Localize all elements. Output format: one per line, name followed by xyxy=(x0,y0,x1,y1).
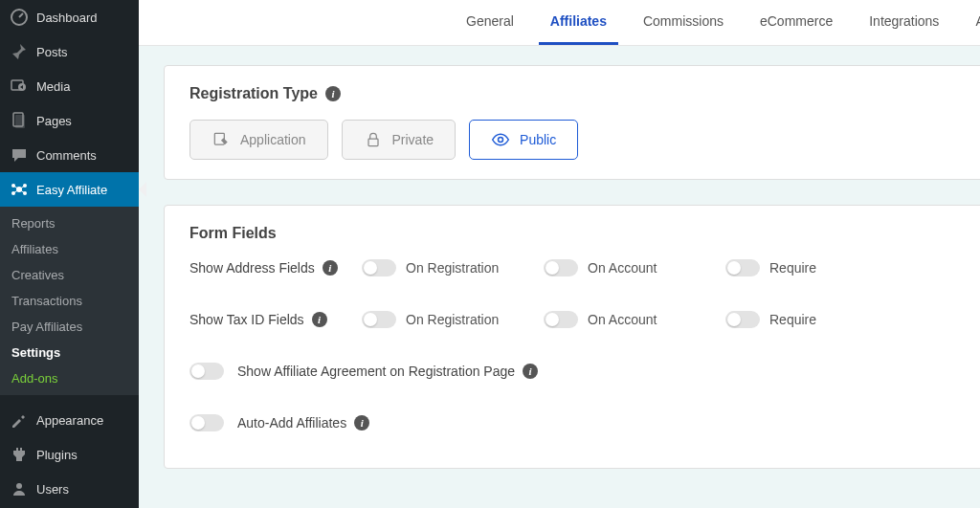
users-icon xyxy=(10,479,29,498)
plugins-icon xyxy=(10,445,29,464)
option-label: Application xyxy=(240,132,306,147)
field-label: Show Affiliate Agreement on Registration… xyxy=(237,364,515,379)
sidebar-item-pages[interactable]: Pages xyxy=(0,103,139,138)
eye-icon xyxy=(491,130,510,149)
toggle-address-require[interactable] xyxy=(725,259,760,276)
comments-icon xyxy=(10,145,29,165)
info-icon[interactable]: i xyxy=(323,260,338,276)
toggle-label: Require xyxy=(769,260,816,276)
sidebar-item-label: Plugins xyxy=(36,448,78,462)
registration-type-application[interactable]: Application xyxy=(189,120,328,160)
tab-advanced[interactable]: Advanced xyxy=(964,0,980,45)
field-label: Auto-Add Affiliates xyxy=(237,415,346,431)
panel-title: Form Fields xyxy=(189,225,980,242)
dashboard-icon xyxy=(10,8,29,27)
content-area: General Affiliates Commissions eCommerce… xyxy=(139,0,980,508)
toggle-agreement[interactable] xyxy=(189,363,224,380)
settings-tabs: General Affiliates Commissions eCommerce… xyxy=(139,0,980,46)
option-label: Private xyxy=(392,132,434,147)
admin-sidebar: Dashboard Posts Media Pages Comments Eas… xyxy=(0,0,139,508)
svg-rect-4 xyxy=(15,115,25,128)
form-fields-panel: Form Fields Show Address Fields i On Reg… xyxy=(164,205,980,469)
field-row-agreement: Show Affiliate Agreement on Registration… xyxy=(189,345,980,397)
submenu-item-add-ons[interactable]: Add-ons xyxy=(0,365,139,391)
sidebar-item-label: Posts xyxy=(36,45,68,59)
sidebar-item-label: Easy Affiliate xyxy=(36,183,107,197)
pages-icon xyxy=(10,111,29,130)
submenu-item-reports[interactable]: Reports xyxy=(0,210,139,236)
field-row-address: Show Address Fields i On Registration On… xyxy=(189,242,980,294)
sidebar-separator xyxy=(0,395,139,403)
lock-icon xyxy=(364,130,383,149)
field-label: Show Address Fields xyxy=(189,260,315,276)
tab-general[interactable]: General xyxy=(455,0,525,45)
sidebar-item-label: Comments xyxy=(36,148,97,163)
toggle-taxid-require[interactable] xyxy=(725,311,760,328)
field-row-autoadd: Auto-Add Affiliates i xyxy=(189,397,980,449)
submenu-item-affiliates[interactable]: Affiliates xyxy=(0,236,139,262)
sidebar-item-label: Appearance xyxy=(36,413,103,428)
panel-title-text: Form Fields xyxy=(189,225,277,242)
tab-commissions[interactable]: Commissions xyxy=(632,0,735,45)
registration-type-private[interactable]: Private xyxy=(342,120,457,160)
affiliate-icon xyxy=(10,180,29,199)
sidebar-item-label: Users xyxy=(36,482,69,497)
submenu-item-pay-affiliates[interactable]: Pay Affiliates xyxy=(0,314,139,340)
application-icon xyxy=(212,130,231,149)
registration-type-panel: Registration Type i Application Private … xyxy=(164,65,980,180)
toggle-label: Require xyxy=(769,312,816,327)
registration-type-public[interactable]: Public xyxy=(469,120,578,160)
sidebar-item-posts[interactable]: Posts xyxy=(0,34,139,69)
submenu-item-creatives[interactable]: Creatives xyxy=(0,262,139,288)
svg-point-10 xyxy=(16,483,22,489)
panel-title: Registration Type i xyxy=(189,85,980,102)
toggle-label: On Account xyxy=(588,260,657,276)
submenu-item-settings[interactable]: Settings xyxy=(0,340,139,365)
sidebar-item-comments[interactable]: Comments xyxy=(0,138,139,172)
info-icon[interactable]: i xyxy=(312,312,327,327)
tab-affiliates[interactable]: Affiliates xyxy=(539,0,618,45)
sidebar-item-media[interactable]: Media xyxy=(0,69,139,103)
pin-icon xyxy=(10,42,29,61)
sidebar-item-users[interactable]: Users xyxy=(0,472,139,506)
info-icon[interactable]: i xyxy=(354,415,369,431)
media-icon xyxy=(10,77,29,96)
sidebar-item-label: Media xyxy=(36,79,70,94)
sidebar-item-label: Pages xyxy=(36,114,72,128)
toggle-address-account[interactable] xyxy=(544,259,578,276)
sidebar-item-label: Dashboard xyxy=(36,11,98,25)
info-icon[interactable]: i xyxy=(325,86,341,101)
info-icon[interactable]: i xyxy=(523,364,538,379)
svg-point-13 xyxy=(499,138,503,143)
sidebar-item-plugins[interactable]: Plugins xyxy=(0,437,139,472)
sidebar-item-easy-affiliate[interactable]: Easy Affiliate xyxy=(0,172,139,207)
panel-title-text: Registration Type xyxy=(189,85,318,102)
toggle-taxid-registration[interactable] xyxy=(362,311,396,328)
toggle-label: On Account xyxy=(588,312,657,327)
field-row-taxid: Show Tax ID Fields i On Registration On … xyxy=(189,294,980,345)
option-label: Public xyxy=(520,132,556,147)
toggle-autoadd[interactable] xyxy=(189,414,224,431)
svg-rect-12 xyxy=(368,139,378,146)
toggle-label: On Registration xyxy=(406,260,499,276)
sidebar-item-dashboard[interactable]: Dashboard xyxy=(0,0,139,34)
sidebar-item-appearance[interactable]: Appearance xyxy=(0,403,139,437)
appearance-icon xyxy=(10,410,29,430)
field-label: Show Tax ID Fields xyxy=(189,312,304,327)
submenu-item-transactions[interactable]: Transactions xyxy=(0,288,139,314)
tab-ecommerce[interactable]: eCommerce xyxy=(748,0,844,45)
toggle-taxid-account[interactable] xyxy=(544,311,578,328)
toggle-address-registration[interactable] xyxy=(362,259,396,276)
toggle-label: On Registration xyxy=(406,312,499,327)
tab-integrations[interactable]: Integrations xyxy=(858,0,950,45)
sidebar-submenu: Reports Affiliates Creatives Transaction… xyxy=(0,207,139,395)
